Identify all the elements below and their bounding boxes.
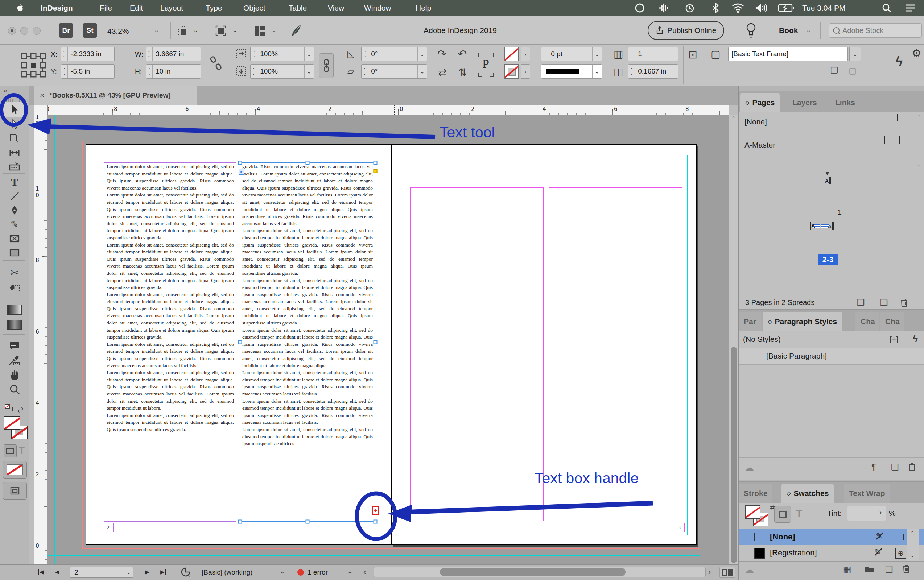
gear-icon[interactable]: ⚙ xyxy=(912,47,921,59)
window-minimize-button[interactable] xyxy=(20,27,28,35)
content-proxy-indicator[interactable]: P xyxy=(478,53,494,77)
battery-icon[interactable] xyxy=(778,3,794,14)
spread-label-badge[interactable]: 2-3 xyxy=(818,254,838,265)
rotate-cw-button[interactable]: ↷ xyxy=(437,48,446,60)
formatting-affects-container-button[interactable] xyxy=(774,506,791,523)
time-machine-icon[interactable] xyxy=(685,3,695,15)
first-page-button[interactable]: ◀ xyxy=(38,569,44,575)
master-none-label[interactable]: [None] xyxy=(744,117,767,126)
scroll-left-icon[interactable]: ‹ xyxy=(363,567,366,577)
horizontal-ruler[interactable]: 10 8 6 4 2 0 2 4 6 8 xyxy=(47,105,729,115)
flip-vertical-button[interactable]: ⇅ xyxy=(459,66,467,78)
tab-layers[interactable]: Layers xyxy=(787,93,822,112)
ruler-origin-corner[interactable] xyxy=(34,105,47,115)
menu-clock[interactable]: Tue 3:04 PM xyxy=(802,0,845,16)
document-vertical-scrollbar[interactable]: ⌃ ⌄ xyxy=(729,115,738,564)
horizontal-scrollbar[interactable] xyxy=(373,567,706,577)
collapse-diamond-icon[interactable]: ◇ xyxy=(787,490,791,497)
view-options-chevron-icon[interactable]: ⌄ xyxy=(193,26,198,34)
gpu-feather-icon[interactable] xyxy=(290,24,302,38)
frame-handle-top-right[interactable] xyxy=(373,161,378,165)
frame-edges-chevron-icon[interactable]: ⌄ xyxy=(232,26,238,34)
stock-button[interactable]: St xyxy=(82,23,97,38)
error-count-label[interactable]: 1 error xyxy=(307,568,328,577)
auto-fit-icon[interactable]: ⊡ xyxy=(688,48,697,61)
tab-character-partial-2[interactable]: Cha xyxy=(880,312,904,331)
frame-handle-mid-right[interactable] xyxy=(373,340,378,344)
tab-character-partial-1[interactable]: Cha xyxy=(855,312,879,331)
zoom-tool[interactable] xyxy=(5,383,24,396)
next-page-button[interactable]: ▶ xyxy=(145,569,149,575)
menu-item-help[interactable]: Help xyxy=(416,0,431,16)
horizontal-ruler-guide[interactable] xyxy=(47,555,700,556)
menu-item-view[interactable]: View xyxy=(328,0,344,16)
scale-y-field[interactable]: ⌃⌄100%⌄ xyxy=(250,64,314,79)
flip-horizontal-button[interactable]: ⇄ xyxy=(438,66,446,78)
stepper-icon[interactable]: ⌃⌄ xyxy=(251,64,257,78)
last-page-button[interactable]: ▶ xyxy=(160,569,167,575)
shear-angle-field[interactable]: ⌃⌄0°⌄ xyxy=(361,64,427,79)
preflight-icon[interactable] xyxy=(181,567,191,579)
error-chevron-icon[interactable]: ⌄ xyxy=(347,568,352,575)
cc-library-cloud-icon[interactable]: ☁ xyxy=(744,462,754,473)
master-a-label[interactable]: A-Master xyxy=(744,141,776,149)
color-theme-eyedropper-tool[interactable] xyxy=(5,354,24,367)
creative-cloud-icon[interactable] xyxy=(635,3,645,15)
formatting-affects-text-button[interactable]: T xyxy=(796,508,802,519)
scale-x-field[interactable]: ⌃⌄100%⌄ xyxy=(250,47,314,61)
style-row-basic-paragraph[interactable]: [Basic Paragraph] xyxy=(739,348,924,365)
page-1-label[interactable]: 1 xyxy=(835,208,845,216)
master-a-left-thumbnail[interactable] xyxy=(884,136,885,144)
scissors-tool[interactable]: ✂ xyxy=(5,266,24,279)
rotation-angle-field[interactable]: ⌃⌄0°⌄ xyxy=(361,47,427,61)
gradient-feather-tool[interactable] xyxy=(5,318,24,331)
stepper-icon[interactable]: ⌃⌄ xyxy=(541,47,548,61)
swatch-row-registration[interactable]: [Registration] ✎ ⊕ xyxy=(739,545,924,561)
menu-item-object[interactable]: Object xyxy=(243,0,266,16)
tab-paragraph-styles[interactable]: ◇Paragraph Styles xyxy=(762,312,842,331)
frame-handle-top-left[interactable] xyxy=(238,161,242,165)
new-style-icon[interactable]: ❏ xyxy=(891,462,899,472)
page-tool[interactable] xyxy=(5,132,24,145)
view-options-icon[interactable] xyxy=(177,25,188,38)
overset-text-out-port[interactable]: + xyxy=(373,506,379,515)
screen-mode-chev-icon[interactable]: ⌄ xyxy=(271,26,277,34)
frame-handle-mid-left[interactable] xyxy=(238,340,242,344)
menu-item-table[interactable]: Table xyxy=(289,0,307,16)
preflight-profile-label[interactable]: [Basic] (working) xyxy=(201,568,252,577)
page-list-chevron-icon[interactable]: ⌄ xyxy=(124,567,133,577)
preflight-chevron-icon[interactable]: ⌄ xyxy=(280,568,285,575)
tab-paragraph-partial[interactable]: Par xyxy=(739,312,762,331)
zoom-level-chevron-icon[interactable]: ⌄ xyxy=(154,26,159,34)
gutter-field[interactable]: ⌃⌄0.1667 in xyxy=(628,64,678,79)
corner-options-yellow-handle[interactable] xyxy=(373,169,378,173)
constrain-dimensions-broken-link-icon[interactable] xyxy=(210,56,222,72)
wifi-icon[interactable] xyxy=(732,3,744,14)
chevron-down-icon[interactable]: ⌄ xyxy=(417,64,427,78)
selection-tool[interactable] xyxy=(5,103,24,116)
height-field[interactable]: ⌃⌄10 in xyxy=(146,64,201,79)
type-tool[interactable]: T xyxy=(5,175,24,188)
quick-apply-lightning-icon[interactable]: ϟ xyxy=(896,54,903,69)
tint-flyout-icon[interactable]: › xyxy=(879,508,881,516)
stepper-icon[interactable]: ⌃⌄ xyxy=(146,64,153,78)
scroll-up-icon[interactable]: ⌃ xyxy=(731,115,736,121)
chevron-down-icon[interactable]: ⌄ xyxy=(304,47,314,61)
stroke-color-swatch-none[interactable] xyxy=(504,47,518,61)
bluetooth-icon[interactable] xyxy=(711,3,719,15)
collapse-diamond-icon[interactable]: ◇ xyxy=(768,318,772,325)
stepper-icon[interactable]: ⌃⌄ xyxy=(629,47,635,61)
link-scale-button[interactable] xyxy=(319,53,333,78)
menu-item-file[interactable]: File xyxy=(100,0,112,16)
columns-count-field[interactable]: ⌃⌄1 xyxy=(628,47,678,61)
page-1-thumbnail[interactable]: A xyxy=(829,176,831,184)
formatting-affects-text-button[interactable]: T xyxy=(19,445,25,456)
stepper-icon[interactable]: ⌃⌄ xyxy=(146,47,153,61)
cc-library-cloud-icon[interactable]: ☁ xyxy=(744,564,754,576)
fill-flyout-button[interactable]: › xyxy=(521,64,530,79)
clear-overrides-icon[interactable]: ❐ xyxy=(830,66,838,76)
swatch-views-icon[interactable]: ▦ xyxy=(843,564,851,575)
object-style-chevron-button[interactable]: ⌄ xyxy=(849,47,861,61)
document-tab[interactable]: × *Books-8.5X11 @ 43% [GPU Preview] xyxy=(34,86,197,105)
frame-handle-top-mid[interactable] xyxy=(306,161,310,165)
